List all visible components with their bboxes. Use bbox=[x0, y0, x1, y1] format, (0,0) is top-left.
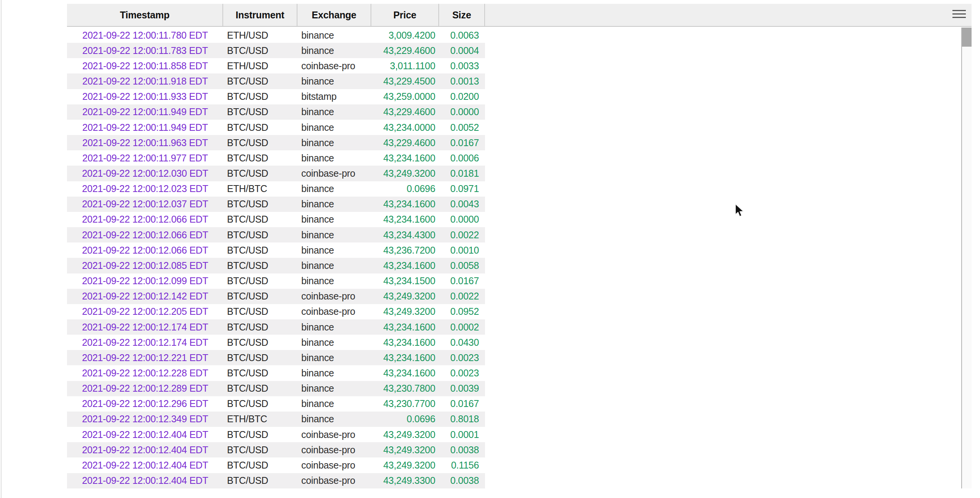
cell-price: 43,249.3200 bbox=[371, 457, 439, 473]
cell-exchange: coinbase-pro bbox=[297, 457, 371, 473]
cell-size: 0.0004 bbox=[439, 43, 485, 58]
cell-instrument: BTC/USD bbox=[223, 73, 297, 89]
table-row[interactable]: 2021-09-22 12:00:12.030 EDT BTC/USD coin… bbox=[67, 166, 485, 181]
cell-timestamp: 2021-09-22 12:00:12.066 EDT bbox=[67, 242, 223, 258]
cell-instrument: ETH/USD bbox=[223, 58, 297, 73]
table-row[interactable]: 2021-09-22 12:00:12.349 EDT ETH/BTC bina… bbox=[67, 412, 485, 427]
cell-instrument: BTC/USD bbox=[223, 304, 297, 319]
cell-price: 43,229.4600 bbox=[371, 43, 439, 58]
cell-timestamp: 2021-09-22 12:00:11.963 EDT bbox=[67, 135, 223, 150]
column-header-timestamp[interactable]: Timestamp bbox=[67, 4, 223, 26]
table-row[interactable]: 2021-09-22 12:00:12.205 EDT BTC/USD coin… bbox=[67, 304, 485, 319]
cell-timestamp: 2021-09-22 12:00:11.977 EDT bbox=[67, 150, 223, 166]
cell-timestamp: 2021-09-22 12:00:12.066 EDT bbox=[67, 212, 223, 227]
cell-price: 43,234.1600 bbox=[371, 197, 439, 212]
cell-timestamp: 2021-09-22 12:00:11.933 EDT bbox=[67, 89, 223, 104]
cell-instrument: BTC/USD bbox=[223, 258, 297, 273]
cell-exchange: binance bbox=[297, 335, 371, 350]
table-row[interactable]: 2021-09-22 12:00:12.066 EDT BTC/USD bina… bbox=[67, 212, 485, 227]
cell-size: 0.0043 bbox=[439, 197, 485, 212]
cell-timestamp: 2021-09-22 12:00:12.404 EDT bbox=[67, 473, 223, 488]
window-left-border bbox=[1, 0, 2, 498]
cell-exchange: binance bbox=[297, 242, 371, 258]
cell-exchange: binance bbox=[297, 227, 371, 242]
cell-exchange: binance bbox=[297, 197, 371, 212]
cell-price: 43,249.3200 bbox=[371, 166, 439, 181]
cell-size: 0.0167 bbox=[439, 135, 485, 150]
vertical-scrollbar[interactable] bbox=[961, 28, 972, 488]
cell-instrument: BTC/USD bbox=[223, 150, 297, 166]
table-row[interactable]: 2021-09-22 12:00:12.404 EDT BTC/USD coin… bbox=[67, 442, 485, 457]
table-row[interactable]: 2021-09-22 12:00:11.918 EDT BTC/USD bina… bbox=[67, 73, 485, 89]
cell-size: 0.0058 bbox=[439, 258, 485, 273]
table-row[interactable]: 2021-09-22 12:00:11.977 EDT BTC/USD bina… bbox=[67, 150, 485, 166]
table-row[interactable]: 2021-09-22 12:00:11.780 EDT ETH/USD bina… bbox=[67, 28, 485, 43]
cell-instrument: BTC/USD bbox=[223, 273, 297, 289]
table-row[interactable]: 2021-09-22 12:00:12.404 EDT BTC/USD coin… bbox=[67, 457, 485, 473]
table-row[interactable]: 2021-09-22 12:00:11.858 EDT ETH/USD coin… bbox=[67, 58, 485, 73]
cell-price: 43,259.0000 bbox=[371, 89, 439, 104]
cell-price: 43,234.0000 bbox=[371, 120, 439, 135]
table-row[interactable]: 2021-09-22 12:00:12.037 EDT BTC/USD bina… bbox=[67, 197, 485, 212]
cell-price: 43,249.3200 bbox=[371, 442, 439, 457]
column-header-instrument[interactable]: Instrument bbox=[223, 4, 297, 26]
cell-price: 0.0696 bbox=[371, 181, 439, 197]
cell-size: 0.0181 bbox=[439, 166, 485, 181]
table-row[interactable]: 2021-09-22 12:00:12.296 EDT BTC/USD bina… bbox=[67, 396, 485, 412]
cell-size: 0.0013 bbox=[439, 73, 485, 89]
cell-timestamp: 2021-09-22 12:00:12.037 EDT bbox=[67, 197, 223, 212]
table-row[interactable]: 2021-09-22 12:00:12.174 EDT BTC/USD bina… bbox=[67, 319, 485, 335]
table-row[interactable]: 2021-09-22 12:00:12.066 EDT BTC/USD bina… bbox=[67, 227, 485, 242]
table-row[interactable]: 2021-09-22 12:00:12.085 EDT BTC/USD bina… bbox=[67, 258, 485, 273]
column-header-price[interactable]: Price bbox=[371, 4, 439, 26]
cell-price: 43,234.1600 bbox=[371, 319, 439, 335]
scrollbar-thumb[interactable] bbox=[962, 28, 972, 47]
table-row[interactable]: 2021-09-22 12:00:12.099 EDT BTC/USD bina… bbox=[67, 273, 485, 289]
table-row[interactable]: 2021-09-22 12:00:12.221 EDT BTC/USD bina… bbox=[67, 350, 485, 365]
table-row[interactable]: 2021-09-22 12:00:11.783 EDT BTC/USD bina… bbox=[67, 43, 485, 58]
hamburger-bar bbox=[952, 13, 966, 15]
table-row[interactable]: 2021-09-22 12:00:11.963 EDT BTC/USD bina… bbox=[67, 135, 485, 150]
cell-instrument: BTC/USD bbox=[223, 135, 297, 150]
table-row[interactable]: 2021-09-22 12:00:12.066 EDT BTC/USD bina… bbox=[67, 242, 485, 258]
table-row[interactable]: 2021-09-22 12:00:12.228 EDT BTC/USD bina… bbox=[67, 365, 485, 381]
cell-timestamp: 2021-09-22 12:00:12.221 EDT bbox=[67, 350, 223, 365]
table-row[interactable]: 2021-09-22 12:00:12.404 EDT BTC/USD coin… bbox=[67, 473, 485, 488]
table-row[interactable]: 2021-09-22 12:00:11.949 EDT BTC/USD bina… bbox=[67, 120, 485, 135]
table-row[interactable]: 2021-09-22 12:00:12.289 EDT BTC/USD bina… bbox=[67, 381, 485, 396]
cell-exchange: binance bbox=[297, 350, 371, 365]
column-header-size[interactable]: Size bbox=[439, 4, 485, 26]
table-row[interactable]: 2021-09-22 12:00:12.404 EDT BTC/USD coin… bbox=[67, 427, 485, 442]
cell-timestamp: 2021-09-22 12:00:12.023 EDT bbox=[67, 181, 223, 197]
table-row[interactable]: 2021-09-22 12:00:12.023 EDT ETH/BTC bina… bbox=[67, 181, 485, 197]
cell-price: 43,234.1600 bbox=[371, 212, 439, 227]
table-row[interactable]: 2021-09-22 12:00:12.174 EDT BTC/USD bina… bbox=[67, 335, 485, 350]
table-row[interactable]: 2021-09-22 12:00:11.933 EDT BTC/USD bits… bbox=[67, 89, 485, 104]
cell-exchange: binance bbox=[297, 135, 371, 150]
cell-price: 43,230.7700 bbox=[371, 396, 439, 412]
cell-exchange: coinbase-pro bbox=[297, 58, 371, 73]
cell-price: 43,236.7200 bbox=[371, 242, 439, 258]
cell-price: 43,234.4300 bbox=[371, 227, 439, 242]
cell-size: 0.0010 bbox=[439, 242, 485, 258]
cell-size: 0.0022 bbox=[439, 227, 485, 242]
hamburger-menu-icon[interactable] bbox=[952, 10, 966, 18]
table-row[interactable]: 2021-09-22 12:00:12.142 EDT BTC/USD coin… bbox=[67, 289, 485, 304]
cell-instrument: BTC/USD bbox=[223, 365, 297, 381]
cell-instrument: ETH/BTC bbox=[223, 412, 297, 427]
cell-size: 0.0038 bbox=[439, 442, 485, 457]
cell-size: 0.0000 bbox=[439, 212, 485, 227]
column-header-exchange[interactable]: Exchange bbox=[297, 4, 371, 26]
cell-instrument: BTC/USD bbox=[223, 166, 297, 181]
cell-size: 0.0430 bbox=[439, 335, 485, 350]
cell-exchange: binance bbox=[297, 319, 371, 335]
cell-price: 43,234.1600 bbox=[371, 335, 439, 350]
cell-instrument: BTC/USD bbox=[223, 197, 297, 212]
cell-size: 0.1156 bbox=[439, 457, 485, 473]
cell-size: 0.0167 bbox=[439, 396, 485, 412]
app-window: Timestamp Instrument Exchange Price Size… bbox=[0, 0, 980, 498]
cell-instrument: BTC/USD bbox=[223, 289, 297, 304]
cell-instrument: BTC/USD bbox=[223, 457, 297, 473]
cell-instrument: BTC/USD bbox=[223, 350, 297, 365]
table-row[interactable]: 2021-09-22 12:00:11.949 EDT BTC/USD bina… bbox=[67, 104, 485, 120]
